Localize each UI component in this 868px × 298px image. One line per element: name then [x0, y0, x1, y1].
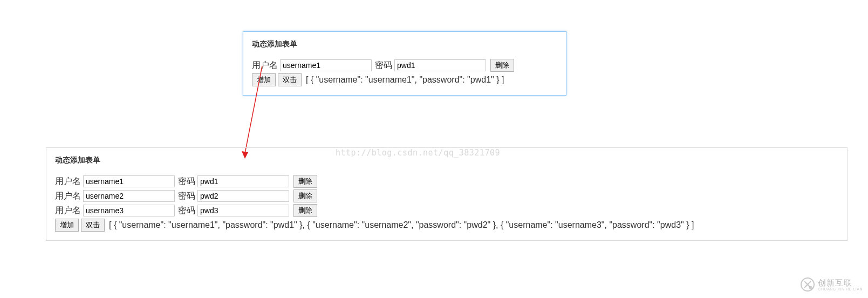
- username-input[interactable]: [83, 190, 175, 202]
- brand-sub: CHUANG XIN HU LIAN: [818, 287, 863, 291]
- add-button[interactable]: 增加: [252, 73, 276, 86]
- form-row: 用户名 密码 删除: [55, 175, 838, 188]
- panel-bottom: 动态添加表单 用户名 密码 删除 用户名 密码 删除 用户名 密码 删除 增加 …: [46, 147, 848, 241]
- json-output: [ { "username": "username1", "password":…: [109, 220, 694, 230]
- password-label: 密码: [375, 60, 392, 71]
- username-label: 用户名: [55, 176, 81, 187]
- add-button[interactable]: 增加: [55, 219, 79, 232]
- panel-top-actions: 增加 双击 [ { "username": "username1", "pass…: [252, 73, 557, 86]
- brand-label: 创新互联: [818, 278, 852, 287]
- panel-top-title: 动态添加表单: [252, 39, 557, 49]
- password-input[interactable]: [197, 205, 289, 216]
- dblclick-button[interactable]: 双击: [278, 73, 302, 86]
- panel-bottom-title: 动态添加表单: [55, 155, 838, 165]
- username-input[interactable]: [83, 175, 175, 187]
- dblclick-button[interactable]: 双击: [81, 219, 105, 232]
- json-output: [ { "username": "username1", "password":…: [306, 75, 504, 85]
- password-input[interactable]: [197, 175, 289, 187]
- brand-text-wrap: 创新互联 CHUANG XIN HU LIAN: [818, 278, 863, 291]
- delete-button[interactable]: 删除: [293, 175, 317, 188]
- username-input[interactable]: [280, 59, 372, 71]
- password-label: 密码: [178, 176, 195, 187]
- delete-button[interactable]: 删除: [293, 204, 317, 217]
- form-row: 用户名 密码 删除: [252, 59, 557, 72]
- form-row: 用户名 密码 删除: [55, 204, 838, 217]
- password-input[interactable]: [197, 190, 289, 202]
- brand-logo: 创新互联 CHUANG XIN HU LIAN: [801, 277, 863, 292]
- username-input[interactable]: [83, 205, 175, 216]
- password-input[interactable]: [394, 59, 486, 71]
- panel-top: 动态添加表单 用户名 密码 删除 增加 双击 [ { "username": "…: [243, 31, 566, 96]
- username-label: 用户名: [252, 60, 278, 71]
- brand-icon: [801, 277, 815, 292]
- username-label: 用户名: [55, 205, 81, 216]
- delete-button[interactable]: 删除: [490, 59, 514, 72]
- delete-button[interactable]: 删除: [293, 189, 317, 202]
- password-label: 密码: [178, 205, 195, 216]
- username-label: 用户名: [55, 191, 81, 202]
- form-row: 用户名 密码 删除: [55, 189, 838, 202]
- password-label: 密码: [178, 191, 195, 202]
- panel-bottom-actions: 增加 双击 [ { "username": "username1", "pass…: [55, 219, 838, 232]
